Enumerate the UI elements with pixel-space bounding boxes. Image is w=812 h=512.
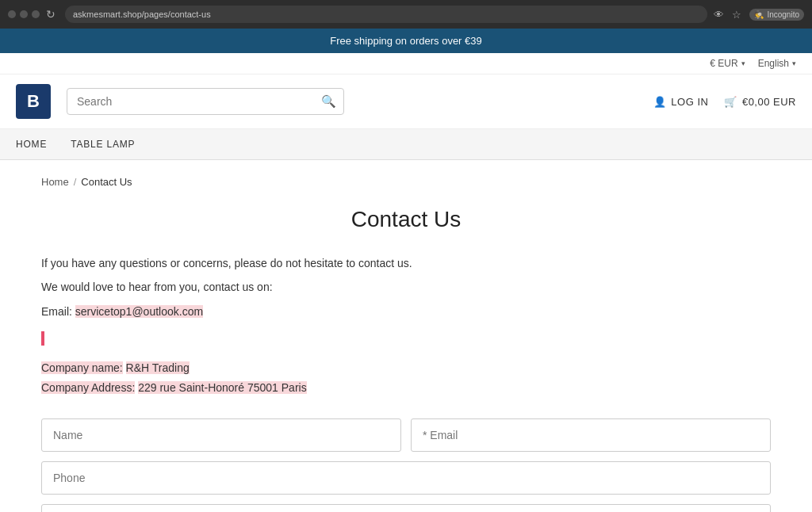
email-value: servicetop1@outlook.com (75, 305, 203, 318)
main-nav: HOME TABLE LAMP (0, 129, 812, 160)
search-input[interactable] (67, 88, 344, 115)
breadcrumb-separator: / (74, 176, 77, 188)
pink-bar-accent (41, 331, 44, 346)
name-email-row (41, 418, 771, 452)
cart-icon: 🛒 (724, 96, 737, 108)
email-label: Email: (41, 305, 72, 318)
incognito-icon: 🕵 (754, 10, 764, 19)
company-address-label: Company Address: (41, 381, 135, 394)
email-input[interactable] (411, 418, 771, 452)
search-bar: 🔍 (67, 88, 344, 115)
language-label: English (758, 58, 789, 69)
company-address-value: 229 rue Saint-Honoré 75001 Paris (138, 381, 306, 394)
nav-item-home[interactable]: HOME (16, 129, 47, 159)
visibility-icon: 👁 (714, 9, 724, 21)
email-line: Email: servicetop1@outlook.com (41, 303, 771, 320)
email-field (411, 418, 771, 452)
star-icon[interactable]: ☆ (732, 9, 741, 21)
phone-row (41, 461, 771, 495)
message-field (41, 504, 771, 512)
breadcrumb: Home / Contact Us (41, 176, 771, 188)
search-icon[interactable]: 🔍 (321, 94, 336, 109)
company-name-label: Company name: (41, 361, 123, 374)
company-name-line: Company name: R&H Trading (41, 359, 771, 376)
name-field (41, 418, 401, 452)
contact-info: If you have any questions or concerns, p… (41, 254, 771, 396)
reload-icon[interactable]: ↻ (46, 8, 56, 21)
language-chevron: ▾ (792, 59, 796, 67)
phone-field (41, 461, 771, 495)
company-name-value: R&H Trading (126, 361, 190, 374)
cart-total: €0,00 EUR (742, 96, 796, 108)
message-input[interactable] (41, 504, 771, 512)
company-address-line: Company Address: 229 rue Saint-Honoré 75… (41, 379, 771, 396)
currency-chevron: ▾ (741, 59, 745, 67)
login-label: LOG IN (671, 96, 708, 108)
company-info: Company name: R&H Trading Company Addres… (41, 359, 771, 396)
phone-input[interactable] (41, 461, 771, 495)
main-content: Home / Contact Us Contact Us If you have… (25, 160, 787, 512)
page-title: Contact Us (41, 207, 771, 232)
incognito-badge: 🕵 Incognito (749, 9, 804, 21)
currency-selector[interactable]: € EUR ▾ (710, 58, 745, 69)
login-button[interactable]: 👤 LOG IN (653, 96, 709, 108)
browser-dot-3 (32, 10, 40, 18)
breadcrumb-current: Contact Us (81, 176, 132, 188)
header: B 🔍 👤 LOG IN 🛒 €0,00 EUR (0, 75, 812, 129)
url-text: askmesmart.shop/pages/contact-us (73, 10, 211, 19)
nav-item-table-lamp[interactable]: TABLE LAMP (71, 129, 135, 159)
currency-label: € EUR (710, 58, 737, 69)
browser-dot-2 (20, 10, 28, 18)
contact-form: Send (41, 418, 771, 512)
message-row (41, 504, 771, 512)
intro-text-1: If you have any questions or concerns, p… (41, 254, 771, 272)
logo-letter: B (27, 91, 40, 112)
cart-button[interactable]: 🛒 €0,00 EUR (724, 96, 796, 108)
url-bar[interactable]: askmesmart.shop/pages/contact-us (65, 6, 707, 23)
user-icon: 👤 (653, 96, 667, 108)
name-input[interactable] (41, 418, 401, 452)
browser-icons: 👁 ☆ 🕵 Incognito (714, 9, 804, 21)
breadcrumb-home[interactable]: Home (41, 176, 69, 188)
incognito-label: Incognito (767, 10, 799, 19)
shipping-text: Free shipping on orders over €39 (330, 35, 482, 47)
utility-bar: € EUR ▾ English ▾ (0, 53, 812, 75)
logo[interactable]: B (16, 84, 51, 119)
intro-text-2: We would love to hear from you, contact … (41, 278, 771, 296)
browser-chrome: ↻ askmesmart.shop/pages/contact-us 👁 ☆ 🕵… (0, 0, 812, 29)
browser-dot-1 (8, 10, 16, 18)
browser-dots (8, 10, 40, 18)
language-selector[interactable]: English ▾ (758, 58, 796, 69)
shipping-banner: Free shipping on orders over €39 (0, 29, 812, 53)
header-actions: 👤 LOG IN 🛒 €0,00 EUR (653, 96, 796, 108)
